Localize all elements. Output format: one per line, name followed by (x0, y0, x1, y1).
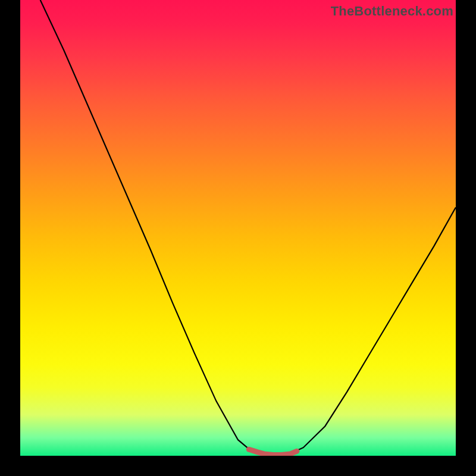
right-border (456, 0, 476, 476)
curve-path (40, 0, 456, 456)
watermark-text: TheBottleneck.com (331, 4, 453, 19)
curve-svg (20, 0, 456, 456)
chart-plot-area (20, 0, 456, 456)
left-border (0, 0, 20, 476)
marker-path (249, 449, 297, 455)
bottom-border (0, 456, 476, 476)
